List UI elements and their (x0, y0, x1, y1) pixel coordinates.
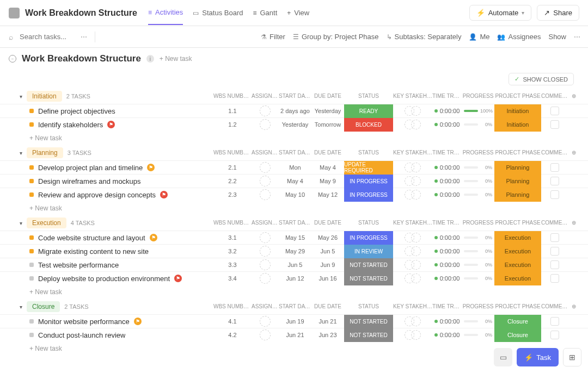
create-task-button[interactable]: ⚡Task (517, 348, 559, 366)
task-name[interactable]: Conduct post-launch review (38, 331, 125, 339)
cell-assignee[interactable] (252, 258, 279, 272)
cell-due-date[interactable]: Jun 9 (311, 258, 344, 272)
search-icon[interactable]: ⌕ (9, 33, 13, 41)
col-assignee[interactable]: ASSIGNEE (252, 150, 279, 156)
cell-stakeholders[interactable] (393, 328, 432, 342)
group-badge[interactable]: Closure (27, 301, 60, 312)
play-icon[interactable] (434, 123, 438, 126)
cell-due-date[interactable]: Jun 23 (311, 328, 344, 342)
cell-phase[interactable]: Initiation (494, 104, 541, 118)
cell-progress[interactable]: 0% (462, 272, 494, 285)
search-input[interactable] (20, 33, 74, 41)
cell-comments[interactable] (541, 188, 568, 202)
cell-start-date[interactable]: May 15 (279, 231, 311, 245)
col-time[interactable]: TIME TRACKED (432, 150, 462, 156)
cell-comments[interactable] (541, 258, 568, 272)
cell-phase[interactable]: Initiation (494, 118, 541, 132)
task-row[interactable]: Migrate existing content to new site 3.2… (0, 244, 588, 258)
cell-due-date[interactable]: Yesterday (311, 104, 344, 118)
col-comments[interactable]: COMMENTS (541, 93, 568, 100)
cell-assignee[interactable] (252, 315, 279, 328)
task-row[interactable]: Develop project plan and timeline ⚑ 2.1 … (0, 160, 588, 174)
cell-time[interactable]: 0:00:00 (432, 175, 462, 188)
cell-start-date[interactable]: Jun 5 (279, 258, 311, 272)
cell-start-date[interactable]: May 4 (279, 175, 311, 188)
col-wbs[interactable]: WBS NUMBER (213, 303, 252, 310)
cell-phase[interactable]: Execution (494, 272, 541, 285)
cell-status[interactable]: NOT STARTED (344, 315, 393, 328)
tab-add-view[interactable]: +View (287, 1, 309, 25)
cell-status[interactable]: IN PROGRESS (344, 188, 393, 202)
cell-comments[interactable] (541, 104, 568, 118)
cell-time[interactable]: 0:00:00 (432, 188, 462, 202)
col-time[interactable]: TIME TRACKED (432, 220, 462, 226)
col-stakeholders[interactable]: KEY STAKEHOLDERS (393, 303, 432, 310)
cell-progress[interactable]: 0% (462, 231, 494, 245)
cell-status[interactable]: IN REVIEW (344, 245, 393, 258)
col-phase[interactable]: PROJECT PHASE (494, 220, 541, 226)
cell-assignee[interactable] (252, 272, 279, 285)
note-button[interactable]: ▭ (494, 348, 512, 366)
cell-comments[interactable] (541, 161, 568, 175)
cell-time[interactable]: 0:00:00 (432, 328, 462, 342)
task-name[interactable]: Define project objectives (38, 107, 115, 115)
cell-assignee[interactable] (252, 245, 279, 258)
cell-progress[interactable]: 100% (462, 104, 494, 118)
info-icon[interactable]: i (146, 55, 154, 63)
col-progress[interactable]: PROGRESS (462, 303, 494, 310)
cell-time[interactable]: 0:00:00 (432, 118, 462, 132)
task-name[interactable]: Migrate existing content to new site (38, 247, 149, 256)
cell-phase[interactable]: Execution (494, 231, 541, 245)
group-badge[interactable]: Initiation (27, 91, 62, 102)
group-badge[interactable]: Execution (27, 217, 66, 228)
cell-phase[interactable]: Execution (494, 258, 541, 272)
cell-assignee[interactable] (252, 104, 279, 118)
play-icon[interactable] (434, 277, 438, 280)
col-progress[interactable]: PROGRESS (462, 150, 494, 156)
chevron-down-icon[interactable]: ▾ (20, 94, 22, 100)
cell-phase[interactable]: Closure (494, 315, 541, 328)
cell-comments[interactable] (541, 315, 568, 328)
cell-time[interactable]: 0:00:00 (432, 161, 462, 175)
col-due[interactable]: DUE DATE (311, 303, 344, 310)
cell-due-date[interactable]: May 4 (311, 161, 344, 175)
automate-button[interactable]: ⚡Automate▾ (469, 5, 532, 21)
cell-progress[interactable]: 0% (462, 245, 494, 258)
more-icon[interactable]: ⋯ (81, 33, 86, 41)
cell-time[interactable]: 0:00:00 (432, 104, 462, 118)
cell-progress[interactable]: 0% (462, 161, 494, 175)
cell-due-date[interactable]: Tomorrow (311, 118, 344, 132)
cell-start-date[interactable]: Jun 19 (279, 315, 311, 328)
col-progress[interactable]: PROGRESS (462, 220, 494, 226)
me-button[interactable]: 👤Me (469, 33, 489, 41)
col-start[interactable]: START DATE (279, 220, 311, 226)
task-name[interactable]: Develop project plan and timeline (38, 164, 143, 172)
cell-time[interactable]: 0:00:00 (432, 272, 462, 285)
filter-button[interactable]: ⚗Filter (261, 33, 285, 41)
play-icon[interactable] (434, 193, 438, 196)
cell-due-date[interactable]: May 26 (311, 231, 344, 245)
col-wbs[interactable]: WBS NUMBER (213, 150, 252, 156)
add-task-link[interactable]: + New task (0, 201, 588, 215)
col-status[interactable]: STATUS (344, 150, 393, 156)
col-time[interactable]: TIME TRACKED (432, 303, 462, 310)
more-icon[interactable]: ⋯ (574, 33, 579, 41)
cell-assignee[interactable] (252, 118, 279, 132)
cell-wbs[interactable]: 4.2 (213, 328, 252, 342)
col-start[interactable]: START DATE (279, 303, 311, 310)
cell-stakeholders[interactable] (393, 118, 432, 132)
col-due[interactable]: DUE DATE (311, 220, 344, 226)
col-add[interactable]: ⊕ (568, 303, 579, 310)
task-name[interactable]: Test website performance (38, 261, 119, 269)
cell-status[interactable]: NOT STARTED (344, 272, 393, 285)
col-phase[interactable]: PROJECT PHASE (494, 150, 541, 156)
play-icon[interactable] (434, 250, 438, 253)
task-row[interactable]: Monitor website performance ⚑ 4.1 Jun 19… (0, 314, 588, 328)
cell-wbs[interactable]: 3.3 (213, 258, 252, 272)
cell-due-date[interactable]: Jun 16 (311, 272, 344, 285)
cell-comments[interactable] (541, 118, 568, 132)
cell-due-date[interactable]: Jun 5 (311, 245, 344, 258)
cell-start-date[interactable]: Jun 21 (279, 328, 311, 342)
cell-due-date[interactable]: May 12 (311, 188, 344, 202)
status-dot[interactable] (29, 165, 34, 170)
